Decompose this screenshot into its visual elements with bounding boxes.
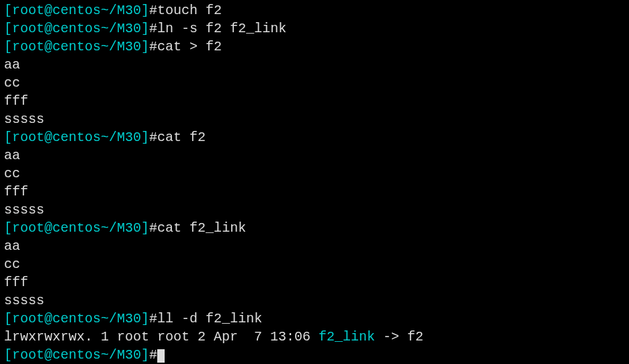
output-line: fff [4, 92, 625, 110]
prompt-dir: M30 [117, 21, 141, 36]
output-line: aa [4, 237, 625, 255]
prompt-bracket-open: [ [4, 220, 12, 236]
prompt-bracket-open: [ [4, 347, 12, 363]
prompt-sep: ~/ [101, 130, 117, 145]
prompt-sep: ~/ [101, 39, 117, 54]
prompt-bracket-open: [ [4, 21, 12, 36]
output-line: fff [4, 183, 625, 201]
terminal-line-4: [root@centos~/M30]#cat f2 [4, 128, 625, 146]
prompt-user-host: root@centos [12, 21, 101, 36]
prompt-bracket-open: [ [4, 311, 12, 326]
prompt-sep: ~/ [101, 3, 117, 18]
output-line: cc [4, 255, 625, 273]
terminal-line-2: [root@centos~/M30]#ln -s f2 f2_link [4, 19, 625, 38]
prompt-dir: M30 [117, 130, 141, 145]
prompt-bracket-open: [ [4, 130, 12, 145]
prompt-bracket-close: ] [141, 347, 149, 363]
prompt-dir: M30 [117, 347, 141, 363]
ll-output-line: lrwxrwxrwx. 1 root root 2 Apr 7 13:06 f2… [4, 328, 625, 346]
prompt-bracket-open: [ [4, 3, 12, 18]
command-text: touch f2 [157, 3, 222, 18]
prompt-hash: # [149, 347, 157, 363]
prompt-bracket-close: ] [141, 21, 149, 36]
prompt-bracket-open: [ [4, 39, 12, 54]
prompt-sep: ~/ [101, 311, 117, 326]
terminal-line-5: [root@centos~/M30]#cat f2_link [4, 219, 625, 237]
prompt-user-host: root@centos [12, 3, 101, 18]
output-line: aa [4, 146, 625, 165]
command-text: ll -d f2_link [157, 311, 262, 326]
command-text: cat f2_link [157, 220, 246, 236]
terminal-line-3: [root@centos~/M30]#cat > f2 [4, 38, 625, 56]
prompt-dir: M30 [117, 39, 141, 54]
prompt-user-host: root@centos [12, 347, 101, 363]
command-text: ln -s f2 f2_link [157, 21, 286, 36]
prompt-user-host: root@centos [12, 130, 101, 145]
command-text: cat f2 [157, 130, 206, 145]
output-line: sssss [4, 201, 625, 219]
prompt-dir: M30 [117, 3, 141, 18]
ll-arrow: -> [375, 329, 407, 345]
prompt-user-host: root@centos [12, 311, 101, 326]
prompt-dir: M30 [117, 220, 141, 236]
ll-link-name: f2_link [319, 329, 375, 345]
command-text: cat > f2 [157, 39, 222, 54]
prompt-sep: ~/ [101, 21, 117, 36]
output-line: aa [4, 56, 625, 74]
output-line: cc [4, 74, 625, 92]
ll-target: f2 [407, 329, 423, 345]
prompt-hash: # [149, 21, 157, 36]
prompt-hash: # [149, 311, 157, 326]
prompt-hash: # [149, 220, 157, 236]
prompt-bracket-close: ] [141, 3, 149, 18]
prompt-bracket-close: ] [141, 220, 149, 236]
terminal-line-6: [root@centos~/M30]#ll -d f2_link [4, 310, 625, 328]
prompt-bracket-close: ] [141, 130, 149, 145]
prompt-sep: ~/ [101, 220, 117, 236]
prompt-user-host: root@centos [12, 39, 101, 54]
prompt-hash: # [149, 39, 157, 54]
output-line: fff [4, 273, 625, 291]
cursor-icon[interactable] [157, 349, 165, 363]
terminal-line-1: [root@centos~/M30]#touch f2 [4, 1, 625, 19]
prompt-hash: # [149, 3, 157, 18]
prompt-hash: # [149, 130, 157, 145]
output-line: sssss [4, 110, 625, 128]
output-line: cc [4, 165, 625, 183]
prompt-sep: ~/ [101, 347, 117, 363]
prompt-user-host: root@centos [12, 220, 101, 236]
prompt-dir: M30 [117, 311, 141, 326]
terminal-line-current[interactable]: [root@centos~/M30]# [4, 346, 625, 364]
prompt-bracket-close: ] [141, 39, 149, 54]
prompt-bracket-close: ] [141, 311, 149, 326]
output-line: sssss [4, 291, 625, 310]
ll-perms: lrwxrwxrwx. 1 root root 2 Apr 7 13:06 [4, 329, 319, 345]
